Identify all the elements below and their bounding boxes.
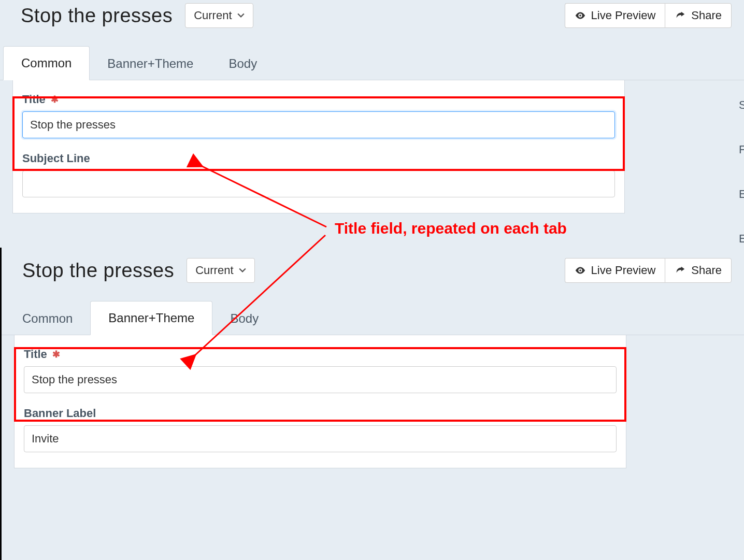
tab-body[interactable]: Body [212,302,276,335]
svg-point-0 [579,15,581,17]
header-actions: Live Preview Share [565,3,732,28]
right-sidebar-fragment: S F E E [739,98,744,246]
eye-icon [575,10,586,21]
header-row: Stop the presses Current Live Preview [2,248,744,288]
composite-screenshot: Stop the presses Current Live Preview [0,0,744,560]
version-dropdown[interactable]: Current [185,3,253,28]
tab-banner-theme[interactable]: Banner+Theme [90,47,211,80]
version-dropdown-label: Current [195,264,233,277]
header-row: Stop the presses Current Live Preview [0,0,744,33]
banner-label-label: Banner Label [24,407,617,420]
banner-label-field-group: Banner Label [24,407,617,452]
live-preview-button[interactable]: Live Preview [565,258,665,283]
share-label: Share [691,264,722,277]
title-field-group: Title ✱ [24,348,617,393]
form-panel: Title ✱ Banner Label [14,335,626,468]
eye-icon [575,265,586,276]
required-asterisk-icon: ✱ [52,349,60,360]
title-field-group: Title ✱ [22,93,615,138]
panel-common-tab: Stop the presses Current Live Preview [0,0,744,248]
share-icon [675,10,686,21]
title-input[interactable] [22,111,615,138]
title-label: Title ✱ [24,348,617,361]
form-panel: Title ✱ Subject Line [12,80,625,213]
share-button[interactable]: Share [665,258,732,283]
tab-body[interactable]: Body [211,47,275,80]
share-button[interactable]: Share [665,3,732,28]
page-title: Stop the presses [22,260,174,282]
version-dropdown-label: Current [194,9,232,22]
chevron-down-icon [239,266,246,275]
subject-line-label: Subject Line [22,152,615,165]
subject-line-input[interactable] [22,170,615,197]
tab-common[interactable]: Common [3,46,90,80]
tab-bar: Common Banner+Theme Body [0,46,744,80]
banner-label-input[interactable] [24,425,617,452]
annotation-callout-text: Title field, repeated on each tab [335,220,567,237]
svg-point-1 [579,269,581,271]
tab-bar: Common Banner+Theme Body [2,300,744,335]
page-title: Stop the presses [21,5,173,27]
title-label: Title ✱ [22,93,615,106]
tab-banner-theme[interactable]: Banner+Theme [90,301,212,335]
version-dropdown[interactable]: Current [187,258,254,283]
share-icon [675,265,686,276]
live-preview-label: Live Preview [591,9,656,22]
header-actions: Live Preview Share [565,258,732,283]
required-asterisk-icon: ✱ [51,94,59,105]
panel-banner-tab: Stop the presses Current Live Preview [0,248,744,560]
live-preview-label: Live Preview [591,264,656,277]
tab-common[interactable]: Common [5,302,90,335]
chevron-down-icon [237,11,245,20]
title-input[interactable] [24,366,617,393]
subject-field-group: Subject Line [22,152,615,197]
live-preview-button[interactable]: Live Preview [565,3,665,28]
share-label: Share [691,9,722,22]
